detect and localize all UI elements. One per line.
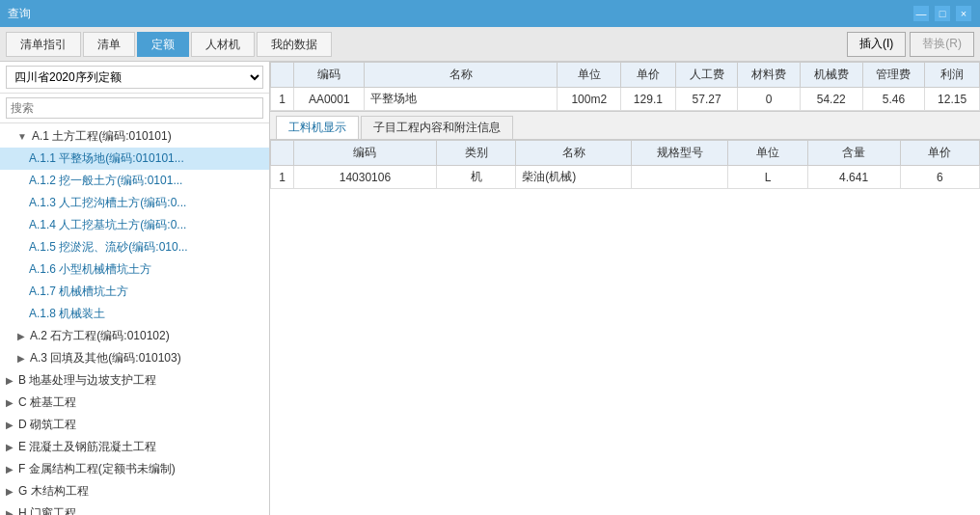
tree-label: H 门窗工程 — [18, 505, 76, 515]
tree-label: E 混凝土及钢筋混凝土工程 — [18, 439, 156, 455]
expand-arrow: ▶ — [6, 508, 14, 515]
search-input[interactable] — [6, 97, 263, 119]
tree-item-c[interactable]: ▶ C 桩基工程 — [0, 392, 269, 414]
cell-material: 0 — [738, 88, 801, 111]
tab-zimu[interactable]: 子目工程内容和附注信息 — [361, 116, 513, 139]
tree-label: A.1.4 人工挖基坑土方(编码:0... — [29, 217, 186, 233]
cell-price: 129.1 — [621, 88, 676, 111]
col-manage: 管理费 — [862, 63, 925, 88]
tree-item-a13[interactable]: A.1.3 人工挖沟槽土方(编码:0... — [0, 192, 269, 214]
window-controls: — □ × — [912, 5, 972, 22]
tree-item-h[interactable]: ▶ H 门窗工程 — [0, 502, 269, 515]
tree-item-d[interactable]: ▶ D 砌筑工程 — [0, 414, 269, 436]
expand-arrow: ▶ — [6, 486, 14, 497]
tree-label: A.1.3 人工挖沟槽土方(编码:0... — [29, 195, 186, 211]
tree-item-a16[interactable]: A.1.6 小型机械槽坑土方 — [0, 258, 269, 281]
brow-num: 1 — [271, 166, 294, 189]
col-name: 名称 — [365, 63, 558, 88]
tree-item-g[interactable]: ▶ G 木结构工程 — [0, 480, 269, 502]
tree-item-a2[interactable]: ▶ A.2 石方工程(编码:010102) — [0, 325, 269, 347]
tree-item-a12[interactable]: A.1.2 挖一般土方(编码:0101... — [0, 170, 269, 192]
top-table: 编码 名称 单位 单价 人工费 材料费 机械费 管理费 利润 1 AA0001 — [270, 62, 980, 111]
bcol-spec: 规格型号 — [632, 141, 728, 166]
expand-arrow: ▶ — [6, 375, 14, 386]
expand-arrow: ▶ — [6, 442, 14, 452]
tree-item-a14[interactable]: A.1.4 人工挖基坑土方(编码:0... — [0, 214, 269, 236]
tree-label: A.2 石方工程(编码:010102) — [30, 328, 170, 344]
insert-button[interactable]: 插入(I) — [847, 32, 906, 57]
bottom-table: 编码 类别 名称 规格型号 单位 含量 单价 1 14030106 机 柴油(机 — [270, 140, 980, 189]
window-title: 查询 — [8, 6, 31, 22]
tree-label: G 木结构工程 — [18, 483, 89, 500]
row-num: 1 — [271, 88, 294, 111]
toolbar: 清单指引 清单 定额 人材机 我的数据 插入(I) 替换(R) — [0, 27, 980, 62]
tree-label: B 地基处理与边坡支护工程 — [18, 372, 156, 389]
minimize-btn[interactable]: — — [912, 5, 930, 22]
tree-label: A.1.2 挖一般土方(编码:0101... — [29, 173, 182, 189]
expand-arrow: ▶ — [17, 331, 25, 341]
top-table-area: 编码 名称 单位 单价 人工费 材料费 机械费 管理费 利润 1 AA0001 — [270, 62, 980, 112]
bcell-price: 6 — [900, 166, 979, 189]
bcell-code: 14030106 — [294, 166, 437, 189]
tree-label: A.1.8 机械装土 — [29, 306, 105, 322]
tree-item-a18[interactable]: A.1.8 机械装土 — [0, 303, 269, 325]
tree-label: C 桩基工程 — [18, 394, 76, 411]
tree-item-b[interactable]: ▶ B 地基处理与边坡支护工程 — [0, 369, 269, 392]
col-unit: 单位 — [558, 63, 621, 88]
tab-rencaiji[interactable]: 人材机 — [191, 32, 255, 57]
tree-item-a17[interactable]: A.1.7 机械槽坑土方 — [0, 281, 269, 303]
bcol-price: 单价 — [900, 141, 979, 166]
table-row[interactable]: 1 AA0001 平整场地 100m2 129.1 57.27 0 54.22 … — [271, 88, 980, 111]
bottom-table-area: 编码 类别 名称 规格型号 单位 含量 单价 1 14030106 机 柴油(机 — [270, 140, 980, 515]
province-dropdown-row: 四川省2020序列定额 — [0, 62, 269, 94]
col-price: 单价 — [621, 63, 676, 88]
bcol-name: 名称 — [516, 141, 632, 166]
tree-item-e[interactable]: ▶ E 混凝土及钢筋混凝土工程 — [0, 436, 269, 458]
bcol-unit: 单位 — [728, 141, 807, 166]
maximize-btn[interactable]: □ — [934, 5, 951, 22]
tree-item-a15[interactable]: A.1.5 挖淤泥、流砂(编码:010... — [0, 236, 269, 258]
bcell-qty: 4.641 — [807, 166, 900, 189]
tree-area: ▼ A.1 土方工程(编码:010101) A.1.1 平整场地(编码:0101… — [0, 123, 269, 515]
tree-label: D 砌筑工程 — [18, 417, 76, 433]
bcol-rownum — [271, 141, 294, 166]
tree-label: A.1.7 机械槽坑土方 — [29, 284, 128, 300]
tree-item-f[interactable]: ▶ F 金属结构工程(定额书未编制) — [0, 458, 269, 480]
cell-name: 平整场地 — [365, 88, 558, 111]
col-material: 材料费 — [738, 63, 801, 88]
tab-dinge[interactable]: 定额 — [137, 32, 189, 57]
cell-unit: 100m2 — [558, 88, 621, 111]
col-labor: 人工费 — [675, 63, 738, 88]
tab-qingdan-zhiyin[interactable]: 清单指引 — [6, 32, 81, 57]
expand-arrow: ▼ — [17, 131, 27, 142]
bcol-code: 编码 — [294, 141, 437, 166]
main-area: 四川省2020序列定额 ▼ A.1 土方工程(编码:010101) A.1.1 … — [0, 62, 980, 515]
left-panel: 四川省2020序列定额 ▼ A.1 土方工程(编码:010101) A.1.1 … — [0, 62, 270, 515]
tab-qingdan[interactable]: 清单 — [83, 32, 135, 57]
bcell-spec — [632, 166, 728, 189]
replace-button[interactable]: 替换(R) — [910, 32, 974, 57]
tree-label: A.1.1 平整场地(编码:010101... — [29, 150, 184, 167]
tab-gongliaoji[interactable]: 工料机显示 — [276, 116, 359, 139]
bcell-name: 柴油(机械) — [516, 166, 632, 189]
cell-machine: 54.22 — [800, 88, 862, 111]
title-bar: 查询 — □ × — [0, 0, 980, 27]
expand-arrow: ▶ — [6, 397, 14, 408]
tab-mydata[interactable]: 我的数据 — [257, 32, 332, 57]
tree-item-a3[interactable]: ▶ A.3 回填及其他(编码:010103) — [0, 347, 269, 369]
tree-label: A.1.5 挖淤泥、流砂(编码:010... — [29, 239, 188, 256]
bcell-type: 机 — [436, 166, 515, 189]
tree-label: A.1.6 小型机械槽坑土方 — [29, 261, 151, 278]
close-btn[interactable]: × — [955, 5, 972, 22]
expand-arrow: ▶ — [17, 353, 25, 364]
bcol-qty: 含量 — [807, 141, 900, 166]
tree-item-a11[interactable]: A.1.1 平整场地(编码:010101... — [0, 148, 269, 170]
tree-item-a1[interactable]: ▼ A.1 土方工程(编码:010101) — [0, 125, 269, 148]
bcell-unit: L — [728, 166, 807, 189]
col-rownum — [271, 63, 294, 88]
expand-arrow: ▶ — [6, 420, 14, 430]
province-select[interactable]: 四川省2020序列定额 — [6, 66, 263, 89]
right-panel: 编码 名称 单位 单价 人工费 材料费 机械费 管理费 利润 1 AA0001 — [270, 62, 980, 515]
col-machine: 机械费 — [800, 63, 862, 88]
bottom-table-row[interactable]: 1 14030106 机 柴油(机械) L 4.641 6 — [271, 166, 980, 189]
